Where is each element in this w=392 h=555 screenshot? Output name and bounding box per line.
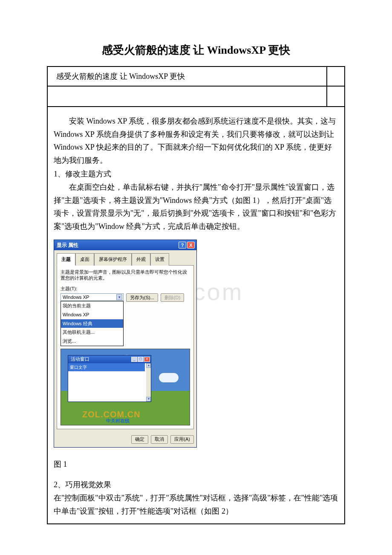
- save-as-button[interactable]: 另存为(S)...: [126, 293, 158, 302]
- document-title: 感受火箭般的速度 让 WindowsXP 更快: [47, 43, 345, 58]
- theme-hint: 主题是背景加一组声音，图标以及只需单击即可帮您个性化设置您的计算机的元素。: [61, 269, 190, 281]
- content-table: 感受火箭般的速度 让 WindowsXP 更快 安装 Windows XP 系统…: [47, 66, 345, 524]
- mini-scrollbar: ▴ ▾: [146, 363, 151, 402]
- apply-button[interactable]: 应用(A): [170, 435, 194, 444]
- tab-settings[interactable]: 设置: [150, 253, 169, 266]
- tab-screensaver[interactable]: 屏幕保护程序: [94, 253, 132, 266]
- dialog-buttons: 确定 取消 应用(A): [54, 432, 196, 447]
- paragraph-visual-effects: 在"控制面板"中双击"系统"，打开"系统属性"对话框，选择"高级"标签，在"性能…: [54, 491, 338, 517]
- tab-theme[interactable]: 主题: [57, 253, 75, 266]
- combo-row: Windows XP ▾ 我的当前主题 Windows XP Windows 经…: [61, 293, 190, 346]
- ok-button[interactable]: 确定: [131, 435, 148, 444]
- tab-panel: 主题是背景加一组声音，图标以及只需单击即可帮您个性化设置您的计算机的元素。 主题…: [57, 265, 194, 429]
- tab-strip: 主题 桌面 屏幕保护程序 外观 设置: [54, 250, 196, 265]
- theme-combobox[interactable]: Windows XP ▾: [61, 293, 124, 301]
- scroll-down-icon: ▾: [146, 397, 151, 402]
- section-2-heading: 2、巧用视觉效果: [54, 478, 338, 491]
- mini-window-titlebar: 活动窗口 _ □ ×: [68, 356, 151, 363]
- header-cell: 感受火箭般的速度 让 WindowsXP 更快: [47, 66, 327, 86]
- delete-button[interactable]: 删除(D): [161, 293, 184, 302]
- figure-1-caption: 图 1: [54, 458, 338, 471]
- paragraph-theme: 在桌面空白处，单击鼠标右键，并执行"属性"命令打开"显示属性"设置窗口，选择"主…: [54, 181, 338, 233]
- mini-close-icon: ×: [144, 357, 150, 362]
- mini-window-body: 窗口文字 ▴ ▾: [68, 363, 151, 402]
- dialog-titlebar[interactable]: 显示 属性 ? X: [54, 240, 196, 250]
- chevron-down-icon[interactable]: ▾: [116, 294, 122, 300]
- preview-watermark-sub: 中关村在线: [106, 417, 130, 425]
- theme-option-current[interactable]: 我的当前主题: [61, 301, 123, 310]
- dialog-title: 显示 属性: [57, 241, 78, 249]
- table-empty-row: [47, 86, 345, 107]
- theme-combo-value: Windows XP: [63, 293, 89, 301]
- combo-wrap: Windows XP ▾ 我的当前主题 Windows XP Windows 经…: [61, 293, 124, 346]
- section-1-heading: 1、修改主题方式: [54, 168, 338, 181]
- theme-preview: ↖ 活动窗口 _ □ ×: [61, 349, 190, 425]
- paragraph-intro: 安装 Windows XP 系统，很多朋友都会感到系统运行速度不是很快。其实，这…: [54, 115, 338, 167]
- tab-appearance[interactable]: 外观: [132, 253, 150, 266]
- mini-minimize-icon: _: [131, 357, 137, 362]
- header-narrow-cell: [327, 66, 345, 86]
- theme-label: 主题(T):: [61, 285, 190, 293]
- cancel-button[interactable]: 取消: [151, 435, 168, 444]
- mini-maximize-icon: □: [138, 357, 144, 362]
- titlebar-buttons: ? X: [179, 242, 195, 249]
- display-properties-dialog: 显示 属性 ? X 主题 桌面 屏幕保护程序 外观 设置: [54, 240, 197, 447]
- theme-option-online[interactable]: 其他联机主题...: [61, 328, 123, 337]
- tab-desktop[interactable]: 桌面: [75, 253, 94, 266]
- theme-dropdown[interactable]: 我的当前主题 Windows XP Windows 经典 其他联机主题... 浏…: [61, 301, 124, 346]
- table-body-row: 安装 Windows XP 系统，很多朋友都会感到系统运行速度不是很快。其实，这…: [47, 107, 345, 524]
- empty-cell: [47, 86, 327, 107]
- scroll-up-icon: ▴: [146, 363, 151, 368]
- theme-option-browse[interactable]: 浏览...: [61, 337, 123, 346]
- mini-window-buttons: _ □ ×: [131, 357, 150, 362]
- mini-window-label: 窗口文字: [68, 363, 145, 371]
- table-header-row: 感受火箭般的速度 让 WindowsXP 更快: [47, 66, 345, 86]
- help-button[interactable]: ?: [179, 242, 186, 249]
- empty-narrow-cell: [327, 86, 345, 107]
- body-cell: 安装 Windows XP 系统，很多朋友都会感到系统运行速度不是很快。其实，这…: [47, 107, 345, 524]
- mini-window: 活动窗口 _ □ × 窗口文字: [68, 355, 151, 402]
- mini-window-title: 活动窗口: [71, 355, 89, 363]
- theme-option-xp[interactable]: Windows XP: [61, 310, 123, 319]
- close-button[interactable]: X: [187, 242, 195, 249]
- cloud-icon: [159, 373, 179, 382]
- theme-option-classic[interactable]: Windows 经典: [61, 319, 123, 328]
